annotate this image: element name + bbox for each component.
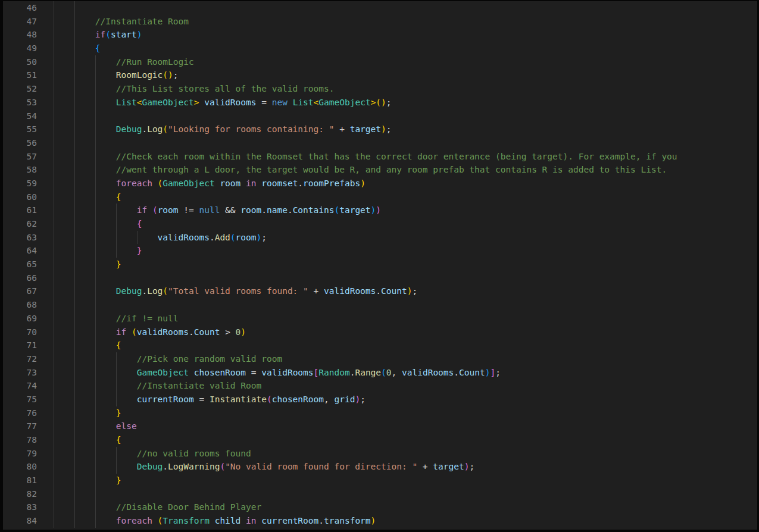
code-line[interactable]: 57 //Check each room within the Roomset … xyxy=(3,150,757,164)
indent-guide xyxy=(95,474,96,487)
code-token xyxy=(189,368,194,377)
line-number[interactable]: 82 xyxy=(3,487,37,501)
code-line[interactable]: 76 } xyxy=(3,406,757,420)
code-indent xyxy=(54,327,116,337)
code-line[interactable]: 63 validRooms.Add(room); xyxy=(3,231,757,245)
line-number[interactable]: 72 xyxy=(3,352,37,366)
code-line[interactable]: 81 } xyxy=(3,474,757,487)
code-line[interactable]: 68 xyxy=(3,298,757,312)
code-line[interactable]: 82 xyxy=(3,487,757,501)
code-token xyxy=(152,516,158,525)
line-number[interactable]: 50 xyxy=(3,55,37,69)
code-token: ) xyxy=(376,205,381,215)
code-line[interactable]: 61 if (room != null && room.name.Contain… xyxy=(3,204,757,217)
line-number[interactable]: 63 xyxy=(3,231,37,245)
line-number[interactable]: 46 xyxy=(3,1,37,15)
code-line[interactable]: 84 foreach (Transform child in currentRo… xyxy=(3,514,757,528)
line-number[interactable]: 79 xyxy=(3,447,37,461)
line-number[interactable]: 69 xyxy=(3,312,37,326)
line-number[interactable]: 83 xyxy=(3,500,37,514)
line-number[interactable]: 56 xyxy=(3,136,37,150)
line-number[interactable]: 49 xyxy=(3,42,37,55)
line-number[interactable]: 48 xyxy=(3,28,37,42)
code-line[interactable]: 65 } xyxy=(3,258,757,271)
code-token: , xyxy=(392,368,402,377)
code-line[interactable]: 79 //no valid rooms found xyxy=(3,447,757,461)
line-number[interactable]: 76 xyxy=(3,406,37,420)
code-token: } xyxy=(116,259,121,269)
indent-guide xyxy=(95,68,96,82)
line-number[interactable]: 70 xyxy=(3,326,37,339)
line-number[interactable]: 71 xyxy=(3,339,37,352)
code-line[interactable]: 80 Debug.LogWarning("No valid room found… xyxy=(3,460,757,474)
line-number[interactable]: 75 xyxy=(3,393,37,406)
code-line[interactable]: 47 //Instantiate Room xyxy=(3,15,757,29)
code-line[interactable]: 55 Debug.Log("Looking for rooms containi… xyxy=(3,123,757,136)
code-line[interactable]: 60 { xyxy=(3,190,757,204)
line-number[interactable]: 80 xyxy=(3,460,37,474)
code-line[interactable]: 49 { xyxy=(3,42,757,55)
code-token: currentRoom xyxy=(261,516,318,525)
line-number[interactable]: 61 xyxy=(3,204,37,217)
line-number[interactable]: 57 xyxy=(3,150,37,164)
indent-guide xyxy=(95,420,96,433)
code-token: roomPrefabs xyxy=(303,179,360,188)
line-number[interactable]: 59 xyxy=(3,177,37,190)
line-number[interactable]: 58 xyxy=(3,163,37,177)
code-token: . xyxy=(288,205,293,215)
line-number[interactable]: 67 xyxy=(3,284,37,298)
line-number[interactable]: 65 xyxy=(3,258,37,271)
code-editor[interactable]: 4647 //Instantiate Room48 if(start)49 {5… xyxy=(3,1,757,530)
code-line[interactable]: 52 //This List stores all of the valid r… xyxy=(3,82,757,96)
code-line[interactable]: 72 //Pick one random valid room xyxy=(3,352,757,366)
code-line[interactable]: 73 GameObject chosenRoom = validRooms[Ra… xyxy=(3,366,757,380)
code-line[interactable]: 54 xyxy=(3,109,757,123)
line-number[interactable]: 55 xyxy=(3,123,37,136)
code-line[interactable]: 46 xyxy=(3,1,757,15)
line-number[interactable]: 51 xyxy=(3,68,37,82)
code-token xyxy=(257,179,262,188)
line-number[interactable]: 74 xyxy=(3,379,37,393)
code-line[interactable]: 74 //Instantiate valid Room xyxy=(3,379,757,393)
line-number[interactable]: 64 xyxy=(3,244,37,258)
line-number[interactable]: 77 xyxy=(3,420,37,433)
line-number[interactable]: 78 xyxy=(3,433,37,447)
line-number[interactable]: 66 xyxy=(3,271,37,285)
line-number[interactable]: 52 xyxy=(3,82,37,96)
code-line[interactable]: 50 //Run RoomLogic xyxy=(3,55,757,69)
code-line[interactable]: 62 { xyxy=(3,217,757,231)
code-line[interactable]: 58 //went through a L door, the target w… xyxy=(3,163,757,177)
code-line[interactable]: 56 xyxy=(3,136,757,150)
code-line[interactable]: 51 RoomLogic(); xyxy=(3,68,757,82)
code-line[interactable]: 64 } xyxy=(3,244,757,258)
code-line[interactable]: 70 if (validRooms.Count > 0) xyxy=(3,326,757,339)
code-line[interactable]: 53 List<GameObject> validRooms = new Lis… xyxy=(3,96,757,109)
code-token: . xyxy=(210,233,215,242)
indent-guide xyxy=(95,298,96,312)
line-number[interactable]: 84 xyxy=(3,514,37,528)
indent-guide xyxy=(74,190,75,204)
line-number[interactable]: 47 xyxy=(3,15,37,29)
code-line[interactable]: 77 else xyxy=(3,420,757,433)
code-line[interactable]: 66 xyxy=(3,271,757,285)
code-line[interactable]: 83 //Disable Door Behind Player xyxy=(3,500,757,514)
code-line[interactable]: 48 if(start) xyxy=(3,28,757,42)
line-number[interactable]: 62 xyxy=(3,217,37,231)
code-token: . xyxy=(318,516,324,525)
line-number[interactable]: 60 xyxy=(3,190,37,204)
line-number[interactable]: 81 xyxy=(3,474,37,487)
code-line[interactable]: 78 { xyxy=(3,433,757,447)
code-line[interactable]: 67 Debug.Log("Total valid rooms found: "… xyxy=(3,284,757,298)
code-token: GameObject xyxy=(142,98,193,107)
line-number[interactable]: 54 xyxy=(3,109,37,123)
code-line[interactable]: 69 //if != null xyxy=(3,312,757,326)
line-number[interactable]: 68 xyxy=(3,298,37,312)
indent-guide xyxy=(54,1,54,15)
code-token: ( xyxy=(163,286,168,296)
code-line[interactable]: 59 foreach (GameObject room in roomset.r… xyxy=(3,177,757,190)
line-number[interactable]: 53 xyxy=(3,96,37,109)
code-line[interactable]: 75 currentRoom = Instantiate(chosenRoom,… xyxy=(3,393,757,406)
line-number[interactable]: 73 xyxy=(3,366,37,380)
code-line-content: Debug.LogWarning("No valid room found fo… xyxy=(37,460,757,474)
code-line[interactable]: 71 { xyxy=(3,339,757,352)
